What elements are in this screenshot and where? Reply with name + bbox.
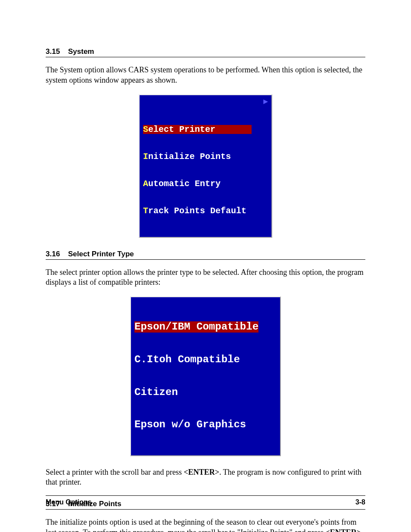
menu-item-citizen[interactable]: Citizen: [134, 387, 277, 398]
hotkey: I: [143, 152, 148, 161]
menu-label: Citizen: [134, 387, 178, 398]
menu-label: C.Itoh Compatible: [134, 354, 240, 365]
footer-right: 3-8: [355, 498, 365, 506]
heading-number: 3.15: [46, 47, 68, 56]
submenu-arrow-icon: ▶: [263, 98, 268, 106]
paragraph: The initialize points option is used at …: [46, 517, 365, 532]
menu-item-track-points-default[interactable]: Track Points Default: [143, 206, 268, 215]
heading-title: System: [68, 47, 94, 56]
heading-3-16: 3.16 Select Printer Type: [46, 250, 365, 260]
menu-item-citoh[interactable]: C.Itoh Compatible: [134, 354, 277, 365]
heading-title: Select Printer Type: [68, 250, 134, 258]
menu-label: utomatic Entry: [148, 179, 221, 188]
menu-label: rack Points Default: [148, 206, 246, 215]
section-3-15: 3.15 System The System option allows CAR…: [46, 47, 365, 238]
menu-item-initialize-points[interactable]: Initialize Points: [143, 152, 268, 161]
menu-item-automatic-entry[interactable]: Automatic Entry: [143, 179, 268, 188]
hotkey: S: [143, 124, 148, 134]
menu-item-select-printer[interactable]: Select Printer: [143, 125, 268, 134]
system-options-menu: ▶ Select Printer Initialize Points Autom…: [139, 94, 272, 238]
menu-label: Epson/IBM Compatible: [134, 321, 258, 332]
page: 3.15 System The System option allows CAR…: [0, 0, 411, 532]
heading-number: 3.16: [46, 250, 68, 258]
footer-left: Menu Options: [46, 498, 92, 506]
menu-label: Epson w/o Graphics: [134, 419, 246, 430]
hotkey: T: [143, 206, 148, 215]
menu-label: nitialize Points: [148, 152, 231, 161]
menu-item-epson-no-graphics[interactable]: Epson w/o Graphics: [134, 419, 277, 430]
menu-item-epson-ibm[interactable]: Epson/IBM Compatible: [134, 321, 277, 332]
heading-3-15: 3.15 System: [46, 47, 365, 57]
key-enter: <ENTER>: [325, 528, 361, 532]
printer-type-menu: Epson/IBM Compatible C.Itoh Compatible C…: [130, 296, 281, 456]
menu-label: elect Printer: [148, 124, 215, 134]
paragraph: The select printer option allows the pri…: [46, 268, 365, 288]
section-3-16: 3.16 Select Printer Type The select prin…: [46, 250, 365, 488]
key-enter: <ENTER>: [184, 468, 219, 476]
page-footer: Menu Options 3-8: [46, 495, 365, 506]
paragraph: Select a printer with the scroll bar and…: [46, 467, 365, 488]
system-menu-container: ▶ Select Printer Initialize Points Autom…: [46, 94, 365, 238]
printer-menu-container: Epson/IBM Compatible C.Itoh Compatible C…: [46, 296, 365, 456]
hotkey: A: [143, 179, 148, 188]
paragraph: The System option allows CARS system ope…: [46, 65, 365, 86]
